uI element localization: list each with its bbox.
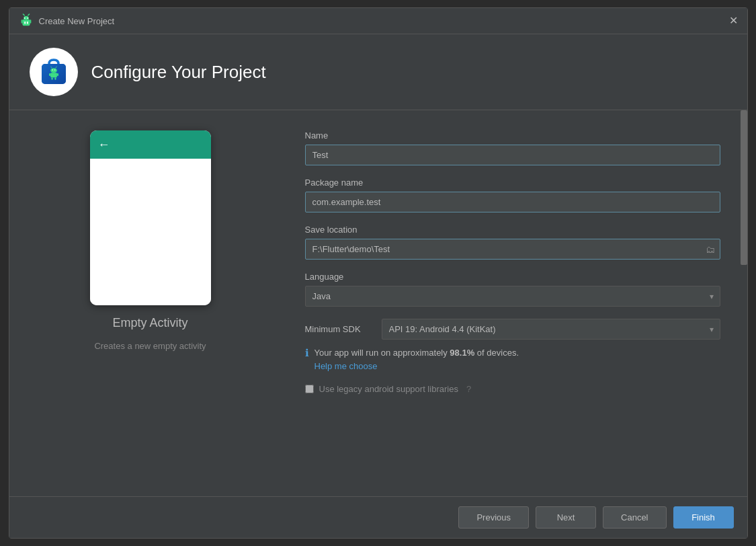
previous-button[interactable]: Previous xyxy=(458,506,529,529)
activity-label: Empty Activity xyxy=(112,316,187,330)
legacy-support-label: Use legacy android support libraries xyxy=(319,384,458,394)
svg-rect-14 xyxy=(54,77,56,80)
phone-body xyxy=(90,159,211,305)
title-bar: Create New Project ✕ xyxy=(9,8,747,34)
help-me-choose-link[interactable]: Help me choose xyxy=(314,361,378,371)
scrollbar-thumb[interactable] xyxy=(741,110,747,265)
svg-rect-12 xyxy=(56,73,58,76)
min-sdk-select-wrapper: API 16: Android 4.1 (Jelly Bean) API 17:… xyxy=(382,319,720,340)
save-location-input-wrapper: 🗂 xyxy=(305,239,720,260)
svg-rect-0 xyxy=(21,20,22,24)
info-text-prefix: Your app will run on approximately xyxy=(314,348,450,358)
question-icon[interactable]: ? xyxy=(466,384,471,394)
footer: Previous Next Cancel Finish xyxy=(9,496,747,538)
save-location-label: Save location xyxy=(305,225,720,235)
language-field-group: Language Java Kotlin ▾ xyxy=(305,272,720,307)
svg-rect-7 xyxy=(26,22,28,24)
phone-back-arrow-icon: ← xyxy=(98,138,110,152)
info-icon: ℹ xyxy=(305,347,309,359)
dialog-window: Create New Project ✕ xyxy=(9,7,748,539)
cancel-button[interactable]: Cancel xyxy=(603,506,666,529)
phone-preview: ← xyxy=(90,130,211,305)
logo-circle xyxy=(30,48,78,96)
info-text-suffix: of devices. xyxy=(474,348,519,358)
name-label: Name xyxy=(305,130,720,141)
svg-rect-1 xyxy=(30,20,31,24)
save-location-input[interactable] xyxy=(305,239,720,260)
header: Configure Your Project xyxy=(9,34,747,110)
next-button[interactable]: Next xyxy=(536,506,596,529)
svg-rect-11 xyxy=(49,73,50,76)
legacy-support-checkbox[interactable] xyxy=(305,385,314,393)
info-row: ℹ Your app will run on approximately 98.… xyxy=(305,346,720,372)
legacy-support-checkbox-row: Use legacy android support libraries ? xyxy=(305,384,720,394)
name-field-group: Name xyxy=(305,130,720,165)
min-sdk-label: Minimum SDK xyxy=(305,324,372,334)
scrollbar-track xyxy=(741,110,747,496)
language-select[interactable]: Java Kotlin xyxy=(305,286,720,307)
svg-line-4 xyxy=(23,14,24,15)
package-name-field-group: Package name xyxy=(305,178,720,212)
title-bar-left: Create New Project xyxy=(19,13,115,28)
language-select-wrapper: Java Kotlin ▾ xyxy=(305,286,720,307)
page-title: Configure Your Project xyxy=(91,62,266,83)
svg-point-15 xyxy=(50,68,57,73)
svg-rect-6 xyxy=(24,22,26,24)
finish-button[interactable]: Finish xyxy=(673,506,734,529)
phone-toolbar: ← xyxy=(90,130,211,159)
info-highlight: 98.1% xyxy=(450,348,474,358)
info-text-block: Your app will run on approximately 98.1%… xyxy=(314,346,519,372)
name-input[interactable] xyxy=(305,145,720,165)
left-panel: ← Empty Activity Creates a new empty act… xyxy=(9,110,292,496)
min-sdk-select[interactable]: API 16: Android 4.1 (Jelly Bean) API 17:… xyxy=(382,319,720,340)
svg-rect-10 xyxy=(50,73,57,77)
svg-point-16 xyxy=(52,69,52,70)
svg-point-2 xyxy=(24,17,25,19)
android-small-icon xyxy=(19,13,34,28)
svg-rect-13 xyxy=(51,77,52,80)
package-name-input[interactable] xyxy=(305,192,720,212)
android-studio-icon xyxy=(36,54,71,89)
folder-icon[interactable]: 🗂 xyxy=(706,244,715,255)
svg-line-5 xyxy=(28,14,29,15)
main-content: ← Empty Activity Creates a new empty act… xyxy=(9,110,747,496)
svg-point-17 xyxy=(54,69,55,70)
right-panel: Name Package name Save location 🗂 xyxy=(292,110,747,496)
activity-sublabel: Creates a new empty activity xyxy=(94,341,206,351)
save-location-field-group: Save location 🗂 xyxy=(305,225,720,260)
close-button[interactable]: ✕ xyxy=(729,15,738,26)
min-sdk-row: Minimum SDK API 16: Android 4.1 (Jelly B… xyxy=(305,319,720,340)
package-name-label: Package name xyxy=(305,178,720,188)
svg-point-3 xyxy=(27,17,28,19)
title-text: Create New Project xyxy=(39,16,115,26)
language-label: Language xyxy=(305,272,720,282)
